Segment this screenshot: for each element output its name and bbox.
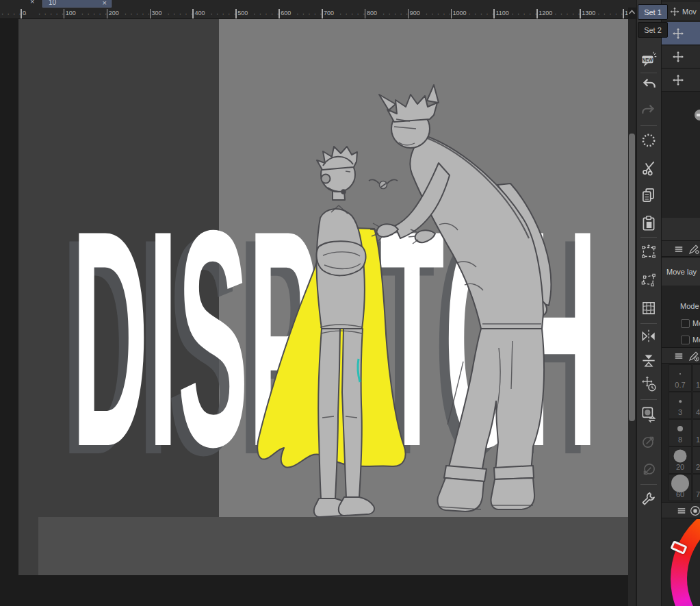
canvas[interactable]: DISPATCH DISPATCH <box>18 19 628 575</box>
move-icon <box>662 73 685 87</box>
brush-size-cell[interactable]: 8 <box>669 419 692 446</box>
subtool-item[interactable] <box>662 46 700 68</box>
tool-set-tab-set-2[interactable]: Set 2 <box>638 22 668 38</box>
brush-size-cell[interactable]: 1 <box>692 364 700 392</box>
brush-size-label: 20 <box>669 463 691 471</box>
brush-size-header <box>662 347 700 364</box>
publish-out-button[interactable] <box>640 433 658 451</box>
color-wheel-panel <box>662 519 700 606</box>
brush-size-cell[interactable]: 7 <box>692 474 700 501</box>
new-notification-icon: NEW <box>640 60 658 71</box>
mode-option-row[interactable]: Mo <box>681 317 700 329</box>
tool-property-title: Move lay <box>662 258 700 286</box>
scrollbar-thumb[interactable] <box>629 134 635 421</box>
publish-in-button[interactable] <box>640 461 658 479</box>
document-tab-label: 10 <box>49 0 56 6</box>
brush-size-label: 60 <box>669 490 691 498</box>
app-window: × 10 × ·····0·····100·····200·····300···… <box>0 0 700 606</box>
publish-in-icon <box>640 469 658 481</box>
ruler-tick: 1200····· <box>536 8 580 19</box>
menu-icon[interactable] <box>673 243 685 255</box>
ruler-tick-label: 700 <box>324 10 334 16</box>
ruler-tick: 400····· <box>192 8 235 19</box>
subtool-item[interactable] <box>662 69 700 92</box>
settings-button[interactable] <box>640 490 658 507</box>
ruler-tick-label: 1200 <box>539 10 552 16</box>
processing-button[interactable] <box>640 131 658 149</box>
mesh-transform-button[interactable] <box>640 299 658 317</box>
ruler-tick-label: 100 <box>66 10 76 16</box>
scroll-up-icon[interactable] <box>627 6 636 18</box>
flip-horizontal-button[interactable] <box>640 327 658 345</box>
brush-size-cell[interactable]: 2 <box>692 446 700 474</box>
convert-selection-button[interactable] <box>640 405 658 422</box>
flip-vertical-button[interactable] <box>640 351 658 369</box>
brush-size-icon[interactable] <box>688 350 700 362</box>
mode-label: Mode <box>680 302 699 310</box>
close-tab-icon[interactable]: × <box>103 0 107 7</box>
ruler-tick: 100····· <box>64 8 107 19</box>
cut-button[interactable] <box>640 159 658 177</box>
undo-icon <box>640 84 658 96</box>
color-wheel-icon[interactable] <box>689 505 700 517</box>
ruler-tick-label: 0 <box>23 10 26 16</box>
paste-icon <box>640 223 658 234</box>
checkbox[interactable] <box>681 319 690 328</box>
brush-size-cell[interactable]: 20 <box>669 446 692 474</box>
ruler-tick: 700····· <box>322 8 365 19</box>
menu-icon[interactable] <box>673 350 685 362</box>
mode-option-row[interactable]: Mo <box>681 333 700 346</box>
brush-size-cell[interactable]: 60 <box>669 474 692 501</box>
canvas-vertical-scrollbar[interactable] <box>628 19 636 606</box>
brush-dot <box>677 426 683 431</box>
document-tab[interactable]: 10 × <box>42 0 112 8</box>
brush-size-label: 7 <box>696 490 700 498</box>
brush-size-cell[interactable]: 3 <box>669 392 692 419</box>
ruler-tick-label: 600 <box>281 10 291 16</box>
convert-selection-icon <box>640 413 658 425</box>
ruler-tick: 1000····· <box>451 8 494 19</box>
free-transform-button[interactable] <box>640 271 658 289</box>
checkbox[interactable] <box>681 336 690 344</box>
copy-icon <box>640 194 658 206</box>
brush-dot <box>674 450 687 463</box>
redo-button[interactable] <box>640 102 658 120</box>
ruler-tick: 200····· <box>107 8 150 19</box>
panel-spacer <box>662 218 700 240</box>
tool-set-tab-set-1[interactable]: Set 1 <box>638 4 668 20</box>
brush-size-cell[interactable]: 0.7 <box>669 364 692 392</box>
toolbar-separator <box>640 484 657 485</box>
settings-icon <box>640 498 658 509</box>
new-notification-button[interactable]: NEW <box>640 51 658 69</box>
ruler-tick: 600····· <box>278 8 322 19</box>
redo-icon <box>640 110 658 122</box>
toolbar-separator <box>640 125 657 126</box>
ruler-tick-label: 1300 <box>582 10 595 16</box>
color-wheel-header <box>662 502 700 518</box>
toolbar-separator <box>640 399 657 400</box>
horizontal-ruler: ·····0·····100·····200·····300·····400··… <box>0 8 628 19</box>
close-tab-icon[interactable]: × <box>30 0 34 5</box>
undo-button[interactable] <box>640 76 658 94</box>
move-timed-button[interactable] <box>640 375 658 393</box>
flip-horizontal-icon <box>640 336 658 347</box>
tool-property-icon[interactable] <box>688 243 700 255</box>
move-timed-icon <box>640 383 658 395</box>
ruler-tick-label: 800 <box>367 10 377 16</box>
brush-dot <box>679 400 682 403</box>
publish-out-icon <box>640 441 658 453</box>
checkbox-label: Mo <box>692 319 700 327</box>
scale-transform-button[interactable] <box>640 243 658 261</box>
paste-button[interactable] <box>640 214 658 232</box>
menu-icon[interactable] <box>675 505 688 517</box>
copy-button[interactable] <box>640 186 658 204</box>
brush-size-label: 2 <box>696 463 700 471</box>
brush-size-cell[interactable]: 1 <box>692 419 700 446</box>
processing-icon <box>640 140 658 151</box>
toolbar-separator <box>640 73 657 73</box>
artwork-svg: DISPATCH DISPATCH <box>18 19 628 575</box>
flip-vertical-icon <box>640 359 658 371</box>
toolbar-separator <box>640 323 657 324</box>
brush-size-cell[interactable]: 4 <box>692 392 700 419</box>
ruler-tick-label: 200 <box>109 10 119 16</box>
